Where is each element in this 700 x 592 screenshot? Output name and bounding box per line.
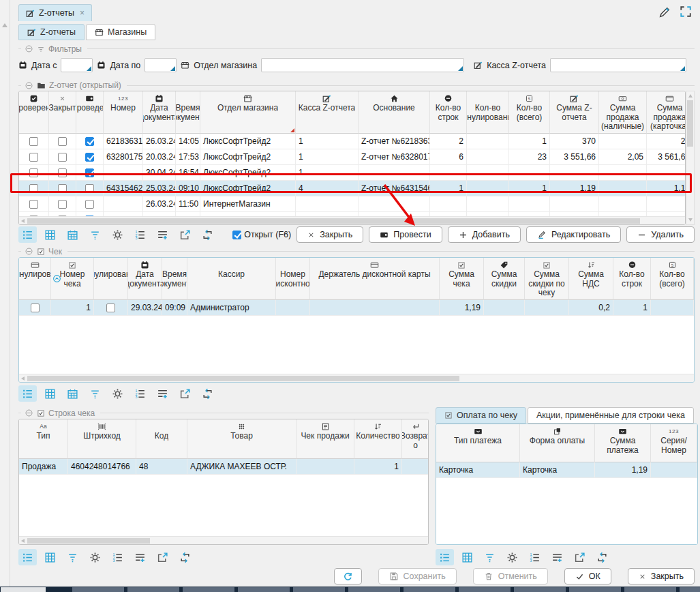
row-checkbox[interactable] xyxy=(106,304,115,312)
table-row[interactable]: 30.04.2416:54ЛюксСофтТрейд21 xyxy=(19,165,685,181)
column-header[interactable]: Кол-во аннулированых xyxy=(467,91,509,134)
window-vertical-scrollbar[interactable] xyxy=(0,0,10,587)
refresh-button[interactable] xyxy=(334,568,362,584)
tab-promotions[interactable]: Акции, применённые для строки чека xyxy=(528,407,694,424)
numbered-list-button[interactable]: 123 xyxy=(526,549,544,565)
row-checkbox[interactable] xyxy=(58,137,67,146)
edit-button[interactable]: Редактировать xyxy=(526,226,621,243)
table-row[interactable]: Продажа460424801476648АДЖИКА МАХЕЕВ ОСТР… xyxy=(19,459,428,475)
grid-view-button[interactable] xyxy=(41,549,59,565)
column-header[interactable]: Закрыт xyxy=(49,91,76,134)
column-header[interactable]: 123Серия/ Номер xyxy=(651,424,697,462)
scroll-up-arrow-icon[interactable] xyxy=(2,23,7,27)
table-row[interactable]: 129.03.2409:09Администратор1,190,21 xyxy=(19,300,694,316)
column-header[interactable]: Чек продажи xyxy=(296,419,354,459)
row-checkbox[interactable] xyxy=(31,304,40,312)
column-header[interactable]: Касса Z-отчета xyxy=(296,91,359,134)
column-header[interactable]: Возврат о xyxy=(402,419,428,459)
row-checkbox[interactable] xyxy=(29,184,38,193)
settings-gear-button[interactable] xyxy=(503,549,521,565)
column-header[interactable]: Сумма Z-отчета xyxy=(550,91,599,134)
cancel-button[interactable]: Отменить xyxy=(473,568,548,584)
column-header[interactable]: Время документа xyxy=(162,258,187,300)
column-header[interactable]: Сумма скидки по чеку xyxy=(525,258,569,300)
column-header[interactable]: Дата документа xyxy=(128,258,162,300)
column-header[interactable]: Сумма продажа (наличные) xyxy=(599,91,647,134)
open-external-button[interactable] xyxy=(570,549,589,565)
date-to-input[interactable] xyxy=(144,58,177,72)
column-header[interactable]: Держатель дисконтной карты xyxy=(310,258,440,300)
column-header[interactable]: Кол-во строк xyxy=(613,258,651,300)
delete-button[interactable]: Удалить xyxy=(626,226,695,243)
close-row-button[interactable]: Закрыть xyxy=(296,226,363,243)
filter-button[interactable] xyxy=(86,226,104,243)
table-row[interactable]: КарточкаКарточка1,19 xyxy=(436,462,697,478)
table-row[interactable]: 6218363126.03.2414:05ЛюксСофтТрейд21Z-от… xyxy=(19,134,685,149)
row-checkbox[interactable] xyxy=(29,200,38,209)
table-row[interactable]: 6431546225.03.2409:10ЛюксСофтТрейд24Z-от… xyxy=(19,181,685,196)
column-header[interactable]: Отдел магазина xyxy=(200,91,296,134)
collapse-icon[interactable] xyxy=(25,409,33,417)
column-header[interactable]: Количество xyxy=(354,419,402,459)
save-button[interactable]: Сохранить xyxy=(378,568,457,584)
column-header[interactable]: Аннулирован xyxy=(19,258,51,300)
add-button[interactable]: Добавить xyxy=(448,226,521,243)
settings-gear-button[interactable] xyxy=(86,549,104,565)
column-header[interactable]: Время документа xyxy=(176,91,200,134)
add-list-button[interactable] xyxy=(153,385,172,402)
numbered-list-button[interactable]: 123 xyxy=(108,549,127,565)
column-header[interactable]: AaТип xyxy=(19,419,68,459)
table-row[interactable]: 6328017520.03.2417:53ЛюксСофтТрейд21Z-от… xyxy=(19,149,685,165)
grid-view-button[interactable] xyxy=(458,549,476,565)
open-filter-checkbox[interactable]: Открыт (F6) xyxy=(232,230,291,239)
table-row[interactable]: 26.03.2411:50ИнтернетМагазин xyxy=(19,196,685,212)
column-header[interactable]: 5Кол-во (всего) xyxy=(651,258,694,300)
grid-view-button[interactable] xyxy=(41,385,59,402)
add-list-button[interactable] xyxy=(153,226,172,243)
open-external-button[interactable] xyxy=(176,385,194,402)
list-view-button[interactable] xyxy=(18,549,37,565)
vscroll-thumb[interactable] xyxy=(687,100,693,147)
column-header[interactable]: Номер дисконтной xyxy=(276,258,310,300)
row-checkbox[interactable] xyxy=(58,184,67,193)
row-checkbox[interactable] xyxy=(85,200,94,209)
edit-pencil-icon[interactable] xyxy=(658,5,671,19)
row-checkbox[interactable] xyxy=(85,153,94,162)
column-header[interactable]: 5Кол-во (всего) xyxy=(509,91,550,134)
list-view-button[interactable] xyxy=(18,385,37,402)
row-checkbox[interactable] xyxy=(85,137,94,146)
row-checkbox[interactable] xyxy=(58,153,67,162)
column-header[interactable]: Основание xyxy=(359,91,430,134)
calendar-view-button[interactable] xyxy=(63,385,82,402)
column-header[interactable]: 123Номер xyxy=(104,91,143,134)
ok-button[interactable]: ОК xyxy=(564,568,611,584)
column-header[interactable]: Проверено xyxy=(19,91,49,134)
column-header[interactable]: Сумма НДС xyxy=(569,258,613,300)
open-external-button[interactable] xyxy=(176,226,194,243)
open-external-button[interactable] xyxy=(153,549,172,565)
grid-view-button[interactable] xyxy=(41,226,59,243)
list-view-button[interactable] xyxy=(436,549,454,565)
os-taskbar[interactable] xyxy=(0,587,700,592)
row-checkbox[interactable] xyxy=(58,168,67,177)
store-dept-input[interactable] xyxy=(261,58,464,72)
refresh-box-button[interactable] xyxy=(593,549,611,565)
z-report-table-vscroll[interactable] xyxy=(686,91,695,225)
column-header[interactable]: Аннулированый xyxy=(94,258,128,300)
row-checkbox[interactable] xyxy=(85,184,94,193)
tab-z-reports[interactable]: Z-отчеты xyxy=(18,24,85,40)
cash-register-input[interactable] xyxy=(550,58,686,72)
horizontal-scrollbar[interactable] xyxy=(19,216,685,224)
calendar-view-button[interactable] xyxy=(63,226,82,243)
list-view-button[interactable] xyxy=(18,226,37,243)
horizontal-scrollbar[interactable] xyxy=(19,374,694,382)
fullscreen-icon[interactable] xyxy=(680,5,692,19)
row-checkbox[interactable] xyxy=(29,153,38,162)
column-header[interactable]: Тип платежа xyxy=(436,424,520,462)
column-header[interactable]: Штрихкод xyxy=(68,419,136,459)
add-list-button[interactable] xyxy=(548,549,566,565)
tab-shops[interactable]: Магазины xyxy=(86,24,155,40)
filter-button[interactable] xyxy=(63,549,82,565)
column-header[interactable]: Сумма чека xyxy=(440,258,484,300)
post-button[interactable]: Провести xyxy=(369,226,442,243)
